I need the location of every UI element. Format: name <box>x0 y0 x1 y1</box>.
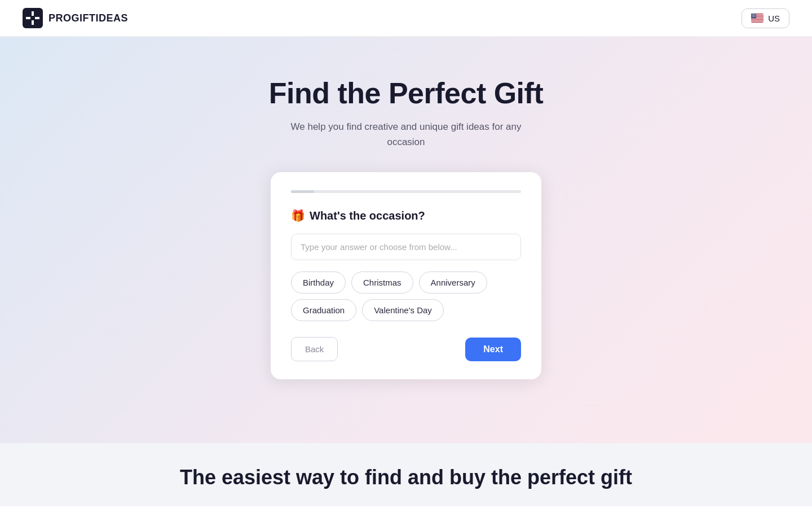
header: PROGIFTIDEAS <box>0 0 812 37</box>
svg-point-15 <box>754 14 755 15</box>
chip-valentine-s-day[interactable]: Valentine's Day <box>362 299 444 321</box>
chip-graduation[interactable]: Graduation <box>291 299 356 321</box>
svg-point-25 <box>754 16 755 16</box>
nav-row: Back Next <box>291 337 521 361</box>
occasion-input[interactable] <box>291 234 521 260</box>
svg-point-27 <box>752 17 752 17</box>
question-card: 🎁 What's the occasion? BirthdayChristmas… <box>271 172 541 379</box>
hero-title: Find the Perfect Gift <box>0 76 812 110</box>
locale-label: US <box>768 14 780 23</box>
svg-point-16 <box>755 14 756 15</box>
chip-birthday[interactable]: Birthday <box>291 271 346 294</box>
svg-point-21 <box>755 15 756 16</box>
bottom-section: The easiest way to find and buy the perf… <box>0 443 812 506</box>
svg-point-19 <box>753 15 754 16</box>
chips-row: BirthdayChristmasAnniversaryGraduationVa… <box>291 271 521 321</box>
logo-icon <box>23 8 43 28</box>
bottom-title: The easiest way to find and buy the perf… <box>45 466 767 489</box>
svg-point-20 <box>754 15 755 16</box>
svg-point-30 <box>754 17 755 17</box>
question-emoji: 🎁 <box>291 209 305 222</box>
svg-point-29 <box>753 17 754 17</box>
svg-point-13 <box>753 14 753 15</box>
progress-bar-fill <box>291 190 314 193</box>
question-text: What's the occasion? <box>310 209 425 222</box>
main-content: Find the Perfect Gift We help you find c… <box>0 37 812 506</box>
logo-area: PROGIFTIDEAS <box>23 8 128 28</box>
svg-rect-10 <box>751 21 764 22</box>
logo-text: PROGIFTIDEAS <box>48 12 128 24</box>
svg-point-14 <box>753 14 754 15</box>
svg-point-28 <box>753 17 753 17</box>
us-flag-icon <box>751 14 764 23</box>
svg-point-26 <box>755 16 756 16</box>
next-button[interactable]: Next <box>465 338 521 361</box>
svg-point-24 <box>753 16 754 16</box>
back-button[interactable]: Back <box>291 337 338 361</box>
svg-point-17 <box>752 15 752 16</box>
question-label: 🎁 What's the occasion? <box>291 209 521 222</box>
svg-point-22 <box>752 16 752 16</box>
svg-rect-9 <box>751 20 764 20</box>
svg-point-23 <box>753 16 753 16</box>
svg-point-18 <box>753 15 753 16</box>
hero-subtitle: We help you find creative and unique gif… <box>288 119 524 150</box>
svg-point-31 <box>755 17 756 17</box>
hero-section: Find the Perfect Gift We help you find c… <box>0 37 812 150</box>
locale-button[interactable]: US <box>742 8 789 28</box>
svg-rect-3 <box>30 16 35 20</box>
svg-point-12 <box>752 14 752 15</box>
svg-rect-8 <box>751 19 764 19</box>
progress-bar-track <box>291 190 521 193</box>
chip-anniversary[interactable]: Anniversary <box>419 271 487 294</box>
chip-christmas[interactable]: Christmas <box>351 271 413 294</box>
